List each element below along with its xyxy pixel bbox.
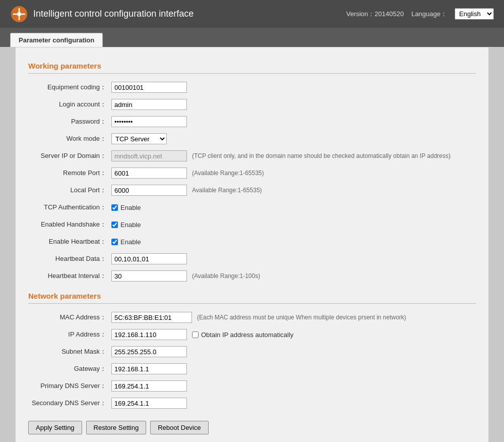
equipment-coding-row: Equipment coding： xyxy=(28,81,476,94)
remote-port-hint: (Available Range:1-65535) xyxy=(192,170,264,177)
header: Intelligent control configuration interf… xyxy=(0,0,504,28)
working-parameters-title: Working parameters xyxy=(28,62,476,70)
heartbeat-interval-row: Heartbeat Interval： (Available Range:1-1… xyxy=(28,269,476,283)
handshake-label: Enabled Handshake： xyxy=(28,220,111,229)
primary-dns-label: Primary DNS Server： xyxy=(28,381,111,391)
server-ip-label: Server IP or Domain： xyxy=(28,151,111,160)
login-account-row: Login account： xyxy=(28,98,476,111)
tab-parameter-configuration[interactable]: Parameter configuration xyxy=(10,33,103,47)
heartbeat-enable-text: Enable xyxy=(120,238,141,246)
local-port-row: Local Port： Available Range:1-65535) xyxy=(28,184,476,197)
heartbeat-interval-hint: (Available Range:1-100s) xyxy=(192,272,260,280)
heartbeat-data-input[interactable] xyxy=(111,253,187,264)
server-ip-hint: (TCP client only, and in the domain name… xyxy=(192,152,451,159)
tcp-auth-row: TCP Authentication： Enable xyxy=(28,201,476,214)
secondary-dns-label: Secondary DNS Server： xyxy=(28,399,111,408)
local-port-label: Local Port： xyxy=(28,186,111,195)
heartbeat-data-label: Heartbeat Data： xyxy=(28,254,111,263)
local-port-hint: Available Range:1-65535) xyxy=(192,187,262,194)
equipment-coding-label: Equipment coding： xyxy=(28,83,111,92)
heartbeat-label: Enable Heartbeat： xyxy=(28,237,111,246)
mac-address-hint: (Each MAC address must be unique When mu… xyxy=(197,314,406,321)
heartbeat-data-row: Heartbeat Data： xyxy=(28,252,476,265)
header-left: Intelligent control configuration interf… xyxy=(10,5,194,23)
subnet-mask-input[interactable] xyxy=(111,346,187,357)
secondary-dns-input[interactable] xyxy=(111,398,187,409)
logo-icon xyxy=(10,5,28,23)
auto-ip-checkbox[interactable] xyxy=(192,332,199,338)
handshake-enable-text: Enable xyxy=(120,221,141,229)
tcp-auth-label: TCP Authentication： xyxy=(28,203,111,212)
local-port-input[interactable] xyxy=(111,185,187,196)
password-input[interactable] xyxy=(111,116,187,127)
apply-setting-button[interactable]: Apply Setting xyxy=(28,421,82,434)
work-mode-select[interactable]: TCP Server TCP Client UDP xyxy=(111,133,167,144)
primary-dns-row: Primary DNS Server： xyxy=(28,379,476,393)
handshake-row: Enabled Handshake： Enable xyxy=(28,218,476,231)
secondary-dns-row: Secondary DNS Server： xyxy=(28,397,476,410)
mac-address-label: MAC Address： xyxy=(28,313,111,322)
heartbeat-checkbox[interactable] xyxy=(111,239,118,245)
remote-port-label: Remote Port： xyxy=(28,169,111,178)
restore-setting-button[interactable]: Restore Setting xyxy=(86,421,147,434)
language-label: Language： xyxy=(411,10,447,19)
header-title: Intelligent control configuration interf… xyxy=(33,9,194,19)
remote-port-input[interactable] xyxy=(111,168,187,179)
ip-address-row: IP Address： Obtain IP address automatica… xyxy=(28,328,476,341)
work-mode-label: Work mode： xyxy=(28,134,111,143)
gateway-label: Gateway： xyxy=(28,364,111,373)
heartbeat-interval-label: Heartbeat Interval： xyxy=(28,271,111,281)
auto-ip-text: Obtain IP address automatically xyxy=(201,331,293,339)
password-label: Password： xyxy=(28,117,111,126)
heartbeat-row: Enable Heartbeat： Enable xyxy=(28,235,476,248)
mac-address-input[interactable] xyxy=(111,312,192,323)
tcp-auth-enable-text: Enable xyxy=(120,204,141,211)
handshake-checkbox[interactable] xyxy=(111,222,118,228)
network-parameters-title: Network parameters xyxy=(28,292,476,300)
mac-address-row: MAC Address： (Each MAC address must be u… xyxy=(28,311,476,324)
server-ip-row: Server IP or Domain： (TCP client only, a… xyxy=(28,149,476,162)
main-content: Working parameters Equipment coding： Log… xyxy=(15,47,489,442)
remote-port-row: Remote Port： (Available Range:1-65535) xyxy=(28,167,476,180)
auto-ip-label[interactable]: Obtain IP address automatically xyxy=(192,331,293,339)
password-row: Password： xyxy=(28,115,476,128)
ip-address-label: IP Address： xyxy=(28,330,111,339)
button-row: Apply Setting Restore Setting Reboot Dev… xyxy=(28,421,476,434)
equipment-coding-input[interactable] xyxy=(111,82,187,93)
working-divider xyxy=(28,73,476,74)
ip-address-input[interactable] xyxy=(111,329,187,340)
server-ip-input[interactable] xyxy=(111,150,187,161)
subnet-mask-row: Subnet Mask： xyxy=(28,345,476,358)
subnet-mask-label: Subnet Mask： xyxy=(28,347,111,356)
heartbeat-interval-input[interactable] xyxy=(111,270,187,282)
version-label: Version：20140520 xyxy=(346,10,404,19)
login-account-input[interactable] xyxy=(111,99,187,110)
reboot-device-button[interactable]: Reboot Device xyxy=(150,421,208,434)
work-mode-row: Work mode： TCP Server TCP Client UDP xyxy=(28,132,476,145)
handshake-checkbox-label[interactable]: Enable xyxy=(111,221,141,229)
tab-bar: Parameter configuration xyxy=(0,28,504,47)
network-divider xyxy=(28,303,476,304)
header-right: Version：20140520 Language： English Chine… xyxy=(346,8,494,20)
login-account-label: Login account： xyxy=(28,100,111,109)
gateway-input[interactable] xyxy=(111,363,187,374)
tcp-auth-checkbox-label[interactable]: Enable xyxy=(111,204,141,211)
heartbeat-checkbox-label[interactable]: Enable xyxy=(111,238,141,246)
language-select[interactable]: English Chinese xyxy=(455,8,494,20)
tcp-auth-checkbox[interactable] xyxy=(111,204,118,211)
svg-point-5 xyxy=(17,12,21,16)
primary-dns-input[interactable] xyxy=(111,380,187,392)
gateway-row: Gateway： xyxy=(28,362,476,375)
